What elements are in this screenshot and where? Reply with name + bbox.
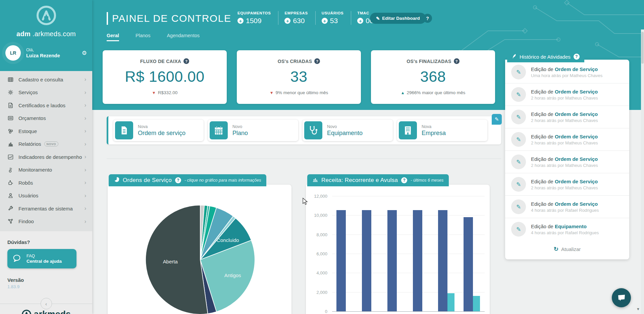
quick-action-empresa[interactable]: NovaEmpresa bbox=[397, 120, 487, 141]
tab-agendamentos[interactable]: Agendamentos bbox=[167, 33, 200, 41]
quill-icon bbox=[512, 54, 517, 60]
sidebar-item-estoque[interactable]: Estoque› bbox=[0, 125, 92, 138]
revenue-bar-chart[interactable]: 02,0004,0006,0008,00010,00012,000 bbox=[306, 185, 490, 314]
sidebar-item-orcamentos[interactable]: Orçamentos› bbox=[0, 112, 92, 125]
chevron-right-icon: › bbox=[85, 102, 86, 108]
edit-dashboard-button[interactable]: ✎ Editar Dashboard bbox=[370, 13, 426, 24]
bar-recorrente[interactable] bbox=[336, 210, 346, 311]
chevron-right-icon: › bbox=[85, 205, 86, 211]
pencil-icon: ✎ bbox=[511, 222, 526, 237]
activity-title: Edição de Ordem de Serviço bbox=[531, 66, 602, 72]
chat-fab-button[interactable] bbox=[612, 288, 631, 307]
chevron-right-icon: › bbox=[85, 180, 86, 186]
bar-recorrente[interactable] bbox=[464, 217, 473, 311]
brand-domain: adm .arkmeds.com bbox=[0, 30, 92, 38]
sidebar-item-relatorios[interactable]: RelatóriosNOVO› bbox=[0, 138, 92, 151]
sidebar-item-monitoramento[interactable]: Monitoramento› bbox=[0, 164, 92, 177]
activity-item[interactable]: ✎Edição de Ordem de Serviço2 horas atrás… bbox=[505, 106, 629, 128]
activity-title: Edição de Ordem de Serviço bbox=[531, 111, 598, 117]
title-accent-bar bbox=[107, 12, 108, 25]
refresh-button[interactable]: ↻ Atualizar bbox=[505, 246, 629, 253]
bar-recorrente[interactable] bbox=[438, 210, 447, 311]
bar-avulsa[interactable] bbox=[447, 293, 454, 312]
quick-action-plano[interactable]: NovoPlano bbox=[208, 120, 298, 141]
help-icon[interactable]: ? bbox=[175, 177, 181, 183]
stat-value: 53 bbox=[330, 17, 338, 25]
pencil-icon: ✎ bbox=[376, 16, 380, 21]
quick-action-prefix: Nova bbox=[422, 124, 446, 129]
chat-bubble-icon bbox=[12, 253, 22, 264]
settings-gear-icon[interactable]: ⚙ bbox=[82, 50, 87, 57]
avatar: LR bbox=[5, 45, 21, 61]
bar-avulsa[interactable] bbox=[473, 296, 480, 311]
chevron-right-icon: › bbox=[85, 167, 86, 173]
sidebar-help-section: Dúvidas? FAQ Central de ajuda Versão 1.8… bbox=[0, 231, 92, 309]
bar-recorrente[interactable] bbox=[362, 210, 371, 311]
kpi-delta: 2966% maior que último mês bbox=[407, 90, 466, 95]
activity-item[interactable]: ✎Edição de Equipamento4 horas atrás por … bbox=[505, 218, 629, 240]
line-chart-icon bbox=[7, 154, 13, 160]
kpi-card-os-s-finalizadas: OS's FINALIZADAS?368▲2966% maior que últ… bbox=[371, 50, 495, 104]
sidebar-item-usuarios[interactable]: Usuários› bbox=[0, 189, 92, 202]
help-icon[interactable]: ? bbox=[401, 177, 407, 183]
thermometer-icon bbox=[7, 167, 13, 173]
calendar-icon bbox=[210, 121, 228, 139]
help-icon[interactable]: ? bbox=[574, 54, 580, 60]
activity-item[interactable]: ✎Edição de Ordem de Serviço4 horas atrás… bbox=[505, 195, 629, 218]
activity-title: Edição de Ordem de Serviço bbox=[531, 201, 599, 207]
quick-actions-edit-button[interactable]: ✎ bbox=[492, 114, 502, 125]
sidebar-item-robos[interactable]: Robôs› bbox=[0, 176, 92, 189]
sidebar-header: adm .arkmeds.com LR Olá, Luiza Rezende ⚙ bbox=[0, 0, 92, 71]
refresh-icon: ↻ bbox=[554, 246, 558, 253]
main-content: PAINEL DE CONTROLE EQUIPAMENTOS+1509EMPR… bbox=[92, 0, 644, 314]
activity-title: Edição de Ordem de Serviço bbox=[531, 89, 598, 95]
y-axis-tick: 12,000 bbox=[306, 194, 327, 199]
faq-button[interactable]: FAQ Central de ajuda bbox=[7, 249, 76, 268]
sidebar-item-indicadores-de-desempenho[interactable]: Indicadores de desempenho› bbox=[0, 150, 92, 164]
activity-item[interactable]: ✎Edição de Ordem de ServiçoUma hora atrá… bbox=[505, 61, 629, 83]
sidebar-item-label: Ferramentas de sistema bbox=[18, 206, 73, 211]
activity-item[interactable]: ✎Edição de Ordem de Serviço2 horas atrás… bbox=[505, 173, 629, 195]
caret-down-icon[interactable]: ▼ bbox=[636, 307, 640, 311]
activity-item[interactable]: ✎Edição de Ordem de Serviço2 horas atrás… bbox=[505, 128, 629, 150]
scrollbar-thumb[interactable] bbox=[641, 32, 644, 64]
help-icon[interactable]: ? bbox=[314, 58, 320, 64]
pie-label: Aberta bbox=[163, 259, 178, 264]
header-help-button[interactable]: ? bbox=[423, 14, 432, 23]
activity-meta: Uma hora atrás por Matheus Chaves bbox=[531, 73, 602, 78]
sidebar-item-ferramentas-de-sistema[interactable]: Ferramentas de sistema› bbox=[0, 202, 92, 215]
sidebar-item-certificados-e-laudos[interactable]: Certificados e laudos› bbox=[0, 99, 92, 112]
quick-action-label: Empresa bbox=[422, 130, 446, 137]
kpi-title: OS's CRIADAS bbox=[278, 59, 312, 64]
sidebar-item-label: Cadastro e consulta bbox=[18, 77, 63, 82]
bar-recorrente[interactable] bbox=[387, 210, 397, 311]
chevron-right-icon: › bbox=[85, 115, 86, 121]
sidebar-collapse-button[interactable]: ‹ bbox=[41, 298, 52, 309]
activity-item[interactable]: ✎Edição de Ordem de Serviço2 horas atrás… bbox=[505, 150, 629, 173]
stat-label: USUÁRIOS bbox=[322, 11, 344, 15]
network-icon bbox=[7, 218, 13, 225]
tab-planos[interactable]: Planos bbox=[136, 33, 150, 41]
sidebar-item-servicos[interactable]: Serviços› bbox=[0, 86, 92, 99]
activity-item[interactable]: ✎Edição de Ordem de Serviço2 horas atrás… bbox=[505, 83, 629, 106]
page-scrollbar[interactable] bbox=[641, 29, 644, 314]
orders-pie-chart[interactable]: ConcluidoAntigosAberta bbox=[141, 201, 259, 314]
faq-subtitle: Central de ajuda bbox=[26, 259, 62, 264]
quick-action-equipamento[interactable]: NovoEquipamento bbox=[303, 120, 393, 141]
table-icon bbox=[7, 76, 13, 82]
arkmeds-footer-logo: arkmeds bbox=[0, 309, 92, 314]
tab-geral[interactable]: Geral bbox=[107, 33, 119, 41]
header-stat-usuarios: USUÁRIOS+53 bbox=[315, 11, 351, 25]
pencil-icon: ✎ bbox=[511, 65, 526, 79]
sidebar-item-cadastro-e-consulta[interactable]: Cadastro e consulta› bbox=[0, 73, 92, 86]
sidebar-item-findoo[interactable]: Findoo› bbox=[0, 215, 92, 228]
help-icon[interactable]: ? bbox=[183, 58, 189, 64]
pencil-icon: ✎ bbox=[511, 110, 526, 124]
kpi-delta: 9% menor que último mês bbox=[276, 90, 328, 95]
header-stat-equipamentos: EQUIPAMENTOS+1509 bbox=[231, 11, 278, 25]
arkmeds-footer-logo-icon bbox=[21, 309, 32, 314]
stat-value: 1509 bbox=[246, 17, 262, 25]
quick-action-ordem-de-servico[interactable]: NovaOrdem de serviço bbox=[113, 120, 204, 141]
help-icon[interactable]: ? bbox=[454, 58, 460, 64]
bar-recorrente[interactable] bbox=[413, 210, 422, 311]
